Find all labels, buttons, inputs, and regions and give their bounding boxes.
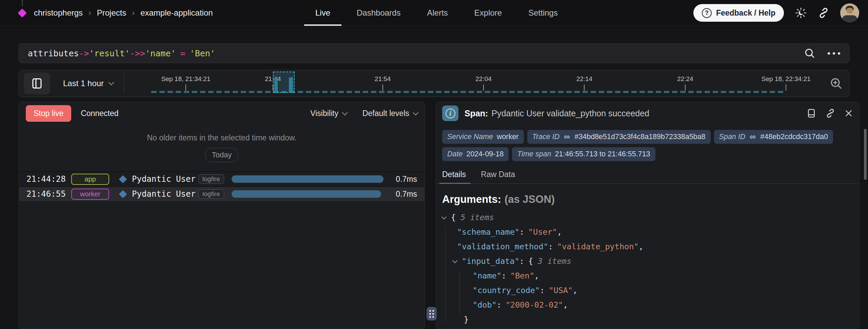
connection-status: Connected (81, 109, 118, 118)
user-avatar[interactable] (840, 3, 859, 22)
tick-mark (685, 84, 686, 91)
log-time: 21:46:55 (26, 189, 71, 199)
scrollbar-thumb[interactable] (864, 129, 867, 180)
arguments-title: Arguments: (442, 193, 501, 205)
query-value: 'Ben' (190, 49, 215, 58)
meta-label: Date (447, 150, 462, 158)
breadcrumb-projects[interactable]: Projects (97, 8, 126, 18)
collapse-caret-icon[interactable] (441, 214, 447, 220)
live-panel-header: Stop live Connected Visibility Default l… (19, 102, 425, 125)
duration-bar (232, 190, 381, 198)
meta-value: 21:46:55.713 to 21:46:55.713 (555, 150, 650, 158)
json-line: "schema_name":"User", (442, 225, 853, 239)
tick-mark (483, 84, 484, 91)
logo-pin (22, 0, 23, 6)
link-icon[interactable] (563, 133, 571, 141)
trace-id-badge: Trace ID #34bd8e51d73c3f4c8a189b72338a5b… (527, 130, 711, 144)
share-link-icon[interactable] (818, 7, 829, 19)
indent-guide (459, 271, 460, 314)
meta-label: Time span (517, 150, 551, 158)
divider (124, 74, 124, 93)
duration-label: 0.7ms (396, 190, 417, 199)
meta-value: 2024-09-18 (466, 150, 504, 158)
json-key: "input_data" (462, 256, 519, 266)
detail-actions (806, 108, 853, 118)
span-name: Pydantic User (132, 189, 198, 199)
query-input[interactable]: attributes->'result'->>'name'='Ben' (19, 43, 849, 63)
logfire-logo-icon[interactable] (18, 8, 27, 18)
timeline-start-label: Sep 18, 21:34:21 (161, 75, 211, 83)
json-comma: , (557, 227, 562, 237)
meta-label: Span ID (719, 133, 746, 141)
default-levels-dropdown[interactable]: Default levels (362, 109, 418, 118)
main-tabs: Live Dashboards Alerts Explore Settings (315, 0, 558, 26)
span-name: Pydantic User (132, 174, 198, 184)
close-icon[interactable] (844, 109, 853, 118)
tab-live[interactable]: Live (315, 0, 330, 26)
more-options-icon[interactable] (828, 52, 840, 55)
json-item-count: 5 items (460, 213, 494, 222)
arguments-suffix: (as JSON) (505, 193, 555, 205)
chevron-right-icon: › (88, 8, 91, 18)
query-equals: = (180, 49, 185, 58)
histogram-bar (274, 77, 278, 92)
json-line: "validation_method":"validate_python", (442, 239, 853, 254)
tick-mark (185, 84, 186, 91)
permalink-icon[interactable] (825, 108, 835, 118)
info-icon: i (442, 105, 458, 121)
service-badge: app (71, 174, 109, 185)
time-range-dropdown[interactable]: Last 1 hour (63, 79, 113, 88)
query-arrow: -> (79, 49, 89, 58)
timeline-activity-dashes (151, 91, 783, 93)
visibility-dropdown[interactable]: Visibility (310, 109, 347, 118)
tick-mark (382, 84, 383, 91)
json-key: "name" (473, 271, 501, 280)
panel-resize-handle[interactable] (427, 307, 437, 321)
span-diamond-icon (119, 190, 127, 198)
breadcrumb-project[interactable]: example-application (140, 8, 213, 18)
time-span-badge: Time span 21:46:55.713 to 21:46:55.713 (512, 147, 655, 161)
tab-settings[interactable]: Settings (528, 0, 558, 26)
span-metadata: Service Name worker Trace ID #34bd8e51d7… (436, 124, 859, 161)
log-row-selected[interactable]: 21:46:55 worker Pydantic User logfire 0.… (19, 186, 425, 201)
stop-live-button[interactable]: Stop live (26, 105, 71, 122)
today-button[interactable]: Today (205, 148, 239, 162)
avatar-face (846, 8, 853, 14)
meta-value: #34bd8e51d73c3f4c8a189b72338a5ba8 (574, 133, 705, 141)
json-colon: : (540, 286, 545, 295)
zoom-in-icon[interactable] (829, 77, 843, 90)
span-id-badge: Span ID #48eb2cdcdc317da0 (714, 130, 833, 144)
timeline-selection[interactable] (273, 72, 295, 93)
avatar-torso (842, 15, 857, 22)
tab-dashboards[interactable]: Dashboards (357, 0, 400, 26)
tab-raw-data[interactable]: Raw Data (481, 170, 515, 183)
log-rows: 21:44:28 app Pydantic User logfire 0.7ms… (19, 171, 425, 201)
span-title: Span:Pydantic User validate_python succe… (465, 109, 649, 118)
json-viewer: {5 items "schema_name":"User", "validati… (436, 210, 859, 327)
search-icon[interactable] (804, 47, 815, 59)
feedback-help-button[interactable]: ? Feedback / Help (693, 4, 784, 22)
log-row[interactable]: 21:44:28 app Pydantic User logfire 0.7ms (19, 171, 425, 186)
link-icon[interactable] (749, 133, 756, 141)
tab-explore[interactable]: Explore (474, 0, 502, 26)
info-glyph: i (446, 109, 455, 118)
json-line: "input_data":{3 items (442, 254, 853, 269)
theme-toggle-icon[interactable] (795, 7, 807, 19)
tab-details[interactable]: Details (442, 170, 466, 183)
time-range-bar: Last 1 hour Sep 18, 21:34:21 21:44 21:54… (19, 70, 849, 97)
json-brace: } (464, 315, 469, 324)
chevron-right-icon: › (132, 8, 135, 18)
split-view-icon[interactable] (806, 108, 816, 118)
collapse-caret-icon[interactable] (452, 258, 458, 264)
query-path: 'name' (145, 49, 176, 58)
json-key: "schema_name" (457, 227, 519, 237)
sidebar-toggle-button[interactable] (24, 73, 50, 94)
chevron-down-icon (413, 110, 419, 115)
span-diamond-icon (119, 175, 127, 183)
json-comma: , (639, 242, 644, 251)
timeline[interactable]: Sep 18, 21:34:21 21:44 21:54 22:04 22:14… (129, 70, 820, 97)
tab-alerts[interactable]: Alerts (427, 0, 448, 26)
breadcrumb-org[interactable]: christophergs (34, 8, 83, 18)
scope-badge: logfire (198, 174, 224, 184)
json-comma: , (534, 271, 539, 280)
